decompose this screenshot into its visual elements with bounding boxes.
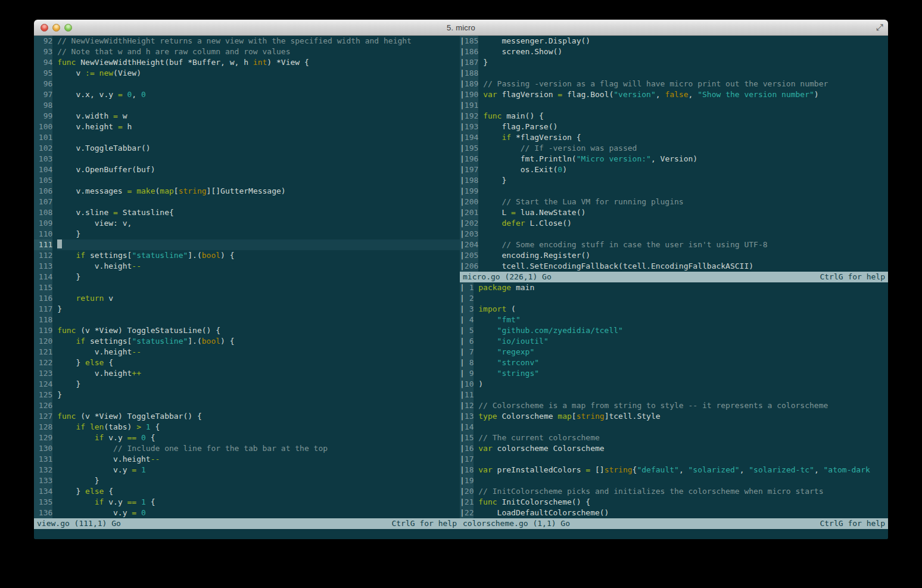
- code-line[interactable]: 133 }: [34, 475, 460, 486]
- code-line[interactable]: |196 fmt.Println("Micro version:", Versi…: [460, 154, 888, 164]
- code-line[interactable]: |204 // Some encoding stuff in case the …: [460, 239, 888, 250]
- code-line[interactable]: 125 }: [34, 390, 460, 400]
- code-line[interactable]: 132 v.y = 1: [34, 465, 460, 475]
- code-line[interactable]: 128 if len(tabs) > 1 {: [34, 422, 460, 433]
- code-line[interactable]: 110 }: [34, 229, 460, 239]
- code-line[interactable]: 111: [34, 239, 460, 250]
- code-line[interactable]: |17: [460, 454, 888, 465]
- code-line[interactable]: 117 }: [34, 304, 460, 315]
- code-line[interactable]: | 3 import (: [460, 304, 888, 315]
- code-line[interactable]: 109 view: v,: [34, 218, 460, 229]
- code-line[interactable]: |186 screen.Show(): [460, 46, 888, 57]
- code-line[interactable]: |185 messenger.Display(): [460, 36, 888, 46]
- code-line[interactable]: |20 // InitColorscheme picks and initial…: [460, 486, 888, 497]
- code-line[interactable]: |201 L = lua.NewState(): [460, 207, 888, 218]
- code-line[interactable]: 120 if settings["statusline"].(bool) {: [34, 336, 460, 347]
- code-line[interactable]: | 2: [460, 293, 888, 304]
- code-line[interactable]: |190 var flagVersion = flag.Bool("versio…: [460, 89, 888, 100]
- code-line[interactable]: |199: [460, 186, 888, 197]
- code-line[interactable]: 106 v.messages = make(map[string][]Gutte…: [34, 186, 460, 197]
- code-line[interactable]: 97 v.x, v.y = 0, 0: [34, 89, 460, 100]
- code-line[interactable]: | 4 "fmt": [460, 315, 888, 325]
- code-line[interactable]: |189 // Passing -version as a flag will …: [460, 79, 888, 89]
- code-text: "fmt": [478, 315, 888, 325]
- code-line[interactable]: 135 if v.y == 1 {: [34, 497, 460, 508]
- code-line[interactable]: |188: [460, 68, 888, 79]
- code-line[interactable]: |202 defer L.Close(): [460, 218, 888, 229]
- code-line[interactable]: |15 // The current colorscheme: [460, 433, 888, 443]
- code-line[interactable]: | 9 "strings": [460, 368, 888, 379]
- code-line[interactable]: | 7 "regexp": [460, 347, 888, 357]
- code-line[interactable]: 102 v.ToggleTabbar(): [34, 143, 460, 154]
- code-line[interactable]: |16 var colorscheme Colorscheme: [460, 443, 888, 454]
- code-line[interactable]: |12 // Colorscheme is a map from string …: [460, 400, 888, 411]
- code-line[interactable]: 98: [34, 100, 460, 111]
- code-line[interactable]: 101: [34, 132, 460, 143]
- code-area-view-go[interactable]: 92 // NewViewWidthHeight returns a new v…: [34, 36, 460, 518]
- code-line[interactable]: 136 v.y = 0: [34, 508, 460, 518]
- code-line[interactable]: |194 if *flagVersion {: [460, 132, 888, 143]
- window-titlebar[interactable]: 5. micro ⤢: [34, 20, 888, 36]
- code-line[interactable]: 131 v.height--: [34, 454, 460, 465]
- code-line[interactable]: |193 flag.Parse(): [460, 122, 888, 132]
- code-line[interactable]: |14: [460, 422, 888, 433]
- code-line[interactable]: | 8 "strconv": [460, 357, 888, 368]
- code-line[interactable]: 123 v.height++: [34, 368, 460, 379]
- code-line[interactable]: 94 func NewViewWidthHeight(buf *Buffer, …: [34, 57, 460, 68]
- code-line[interactable]: 126: [34, 400, 460, 411]
- code-line[interactable]: 95 v := new(View): [34, 68, 460, 79]
- code-line[interactable]: |21 func InitColorscheme() {: [460, 497, 888, 508]
- code-line[interactable]: |206 tcell.SetEncodingFallback(tcell.Enc…: [460, 261, 888, 272]
- code-line[interactable]: 129 if v.y == 0 {: [34, 433, 460, 443]
- code-line[interactable]: 130 // Include one line for the tab bar …: [34, 443, 460, 454]
- code-area-colorscheme-go[interactable]: | 1 package main| 2 | 3 import (| 4 "fmt…: [460, 282, 888, 518]
- code-line[interactable]: 108 v.sline = Statusline{: [34, 207, 460, 218]
- code-line[interactable]: | 6 "io/ioutil": [460, 336, 888, 347]
- code-area-micro-go[interactable]: |185 messenger.Display()|186 screen.Show…: [460, 36, 888, 272]
- code-line[interactable]: 134 } else {: [34, 486, 460, 497]
- code-line[interactable]: 115: [34, 282, 460, 293]
- code-line[interactable]: |13 type Colorscheme map[string]tcell.St…: [460, 411, 888, 422]
- code-line[interactable]: 103: [34, 154, 460, 164]
- code-line[interactable]: 105: [34, 175, 460, 186]
- code-line[interactable]: |192 func main() {: [460, 111, 888, 122]
- code-line[interactable]: |10 ): [460, 379, 888, 390]
- code-line[interactable]: |205 encoding.Register(): [460, 250, 888, 261]
- code-line[interactable]: |18 var preInstalledColors = []string{"d…: [460, 465, 888, 475]
- code-line[interactable]: |191: [460, 100, 888, 111]
- code-line[interactable]: 100 v.height = h: [34, 122, 460, 132]
- code-line[interactable]: 116 return v: [34, 293, 460, 304]
- minimize-button[interactable]: [52, 24, 60, 32]
- code-line[interactable]: |203: [460, 229, 888, 239]
- code-line[interactable]: | 1 package main: [460, 282, 888, 293]
- code-line[interactable]: 121 v.height--: [34, 347, 460, 357]
- code-line[interactable]: 107: [34, 197, 460, 207]
- code-line[interactable]: 127 func (v *View) ToggleTabbar() {: [34, 411, 460, 422]
- line-number: 11: [465, 390, 474, 400]
- code-line[interactable]: 96: [34, 79, 460, 89]
- gutter: |191: [460, 100, 483, 111]
- code-line[interactable]: 104 v.OpenBuffer(buf): [34, 164, 460, 175]
- code-line[interactable]: |195 // If -version was passed: [460, 143, 888, 154]
- resize-icon[interactable]: ⤢: [876, 22, 883, 33]
- code-line[interactable]: |187 }: [460, 57, 888, 68]
- code-line[interactable]: |22 LoadDefaultColorscheme(): [460, 508, 888, 518]
- code-line[interactable]: 119 func (v *View) ToggleStatusLine() {: [34, 325, 460, 336]
- code-line[interactable]: |11: [460, 390, 888, 400]
- code-line[interactable]: 114 }: [34, 272, 460, 282]
- code-line[interactable]: 122 } else {: [34, 357, 460, 368]
- zoom-button[interactable]: [64, 24, 72, 32]
- code-line[interactable]: 92 // NewViewWidthHeight returns a new v…: [34, 36, 460, 46]
- code-line[interactable]: |200 // Start the Lua VM for running plu…: [460, 197, 888, 207]
- code-line[interactable]: 113 v.height--: [34, 261, 460, 272]
- code-line[interactable]: 118: [34, 315, 460, 325]
- code-line[interactable]: 99 v.width = w: [34, 111, 460, 122]
- code-line[interactable]: 124 }: [34, 379, 460, 390]
- close-button[interactable]: [41, 24, 48, 32]
- code-line[interactable]: |198 }: [460, 175, 888, 186]
- code-line[interactable]: |197 os.Exit(0): [460, 164, 888, 175]
- code-line[interactable]: |19: [460, 475, 888, 486]
- code-line[interactable]: 93 // Note that w and h are raw column a…: [34, 46, 460, 57]
- code-line[interactable]: 112 if settings["statusline"].(bool) {: [34, 250, 460, 261]
- code-line[interactable]: | 5 "github.com/zyedidia/tcell": [460, 325, 888, 336]
